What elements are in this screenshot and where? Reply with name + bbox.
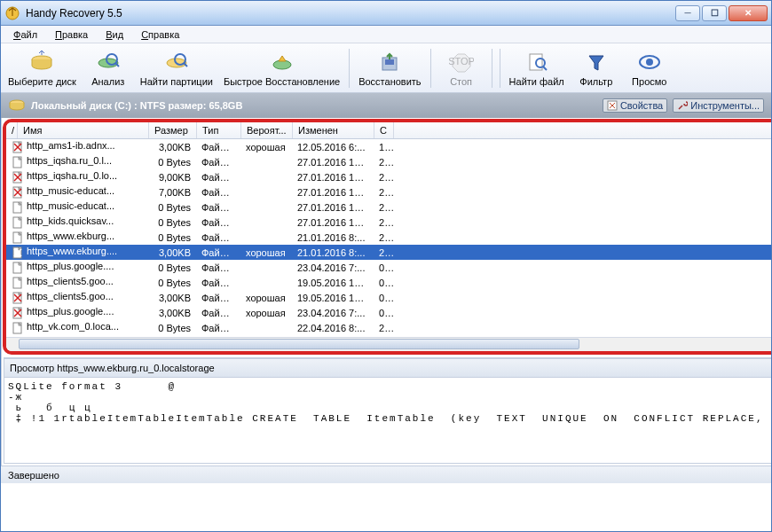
filter-icon xyxy=(584,50,609,74)
file-icon xyxy=(12,246,24,259)
toolbar-label: Стоп xyxy=(450,76,472,87)
status-text: Завершено xyxy=(8,470,59,481)
menu-edit[interactable]: Правка xyxy=(48,27,95,42)
toolbar-label: Анализ xyxy=(91,76,124,87)
svg-point-14 xyxy=(646,59,653,66)
file-list[interactable]: http_ams1-ib.adnx...3,00KBФайл "...хорош… xyxy=(6,139,772,337)
window-title: Handy Recovery 5.5 xyxy=(26,7,675,20)
toolbar-label: Быстрое Восстановление xyxy=(224,76,340,87)
file-row[interactable]: https_plus.google....3,00KBФайл "...хоро… xyxy=(6,305,772,320)
file-row[interactable]: http_ams1-ib.adnx...3,00KBФайл "...хорош… xyxy=(6,139,772,154)
file-row[interactable]: https_iqsha.ru_0.lo...9,00KBФайл "...27.… xyxy=(6,169,772,184)
file-row[interactable]: https_plus.google....0 BytesФайл "...23.… xyxy=(6,260,772,275)
file-icon xyxy=(12,262,24,274)
stop-icon: STOP xyxy=(449,50,474,74)
file-row[interactable]: https_www.ekburg....3,00KBФайл "...хорош… xyxy=(6,245,772,260)
svg-text:STOP: STOP xyxy=(449,56,474,66)
file-icon xyxy=(12,231,24,244)
file-icon xyxy=(12,186,24,199)
find-partitions-icon xyxy=(164,50,189,74)
menubar: Файл Правка Вид Справка xyxy=(1,26,771,43)
toolbar-analyze[interactable]: Анализ xyxy=(82,48,135,89)
file-icon xyxy=(12,201,24,214)
file-list-pane: / ИмяРазмерТипВероят...ИзмененС http_ams… xyxy=(3,119,772,355)
toolbar-label: Найти партиции xyxy=(140,76,213,87)
column-header-mod[interactable]: Изменен xyxy=(293,122,374,138)
preview-pane: Просмотр https_www.ekburg.ru_0.localstor… xyxy=(4,357,772,464)
toolbar-label: Найти файл xyxy=(509,76,564,87)
analyze-icon xyxy=(96,50,121,74)
minimize-button[interactable]: ─ xyxy=(675,5,700,21)
file-row[interactable]: http_kids.quicksav...0 BytesФайл "...27.… xyxy=(6,215,772,230)
preview-body: SQLite format 3 @ -ж ь б ц ц ‡ !1 1rtabl… xyxy=(4,378,772,464)
column-header-type[interactable]: Тип xyxy=(197,122,241,138)
close-button[interactable]: ✕ xyxy=(729,5,768,21)
toolbar-select-disk[interactable]: Выберите диск xyxy=(3,48,82,89)
titlebar: Handy Recovery 5.5 ─ ☐ ✕ xyxy=(1,1,771,26)
file-icon xyxy=(12,277,24,289)
sort-indicator[interactable]: / xyxy=(6,122,18,138)
file-icon xyxy=(12,171,24,184)
file-icon xyxy=(12,216,24,229)
preview-title: Просмотр https_www.ekburg.ru_0.localstor… xyxy=(10,363,215,373)
column-header-cr[interactable]: С xyxy=(374,122,394,138)
menu-file[interactable]: Файл xyxy=(6,27,44,42)
file-row[interactable]: https_www.ekburg...0 BytesФайл "...21.01… xyxy=(6,230,772,245)
toolbar-quick-restore[interactable]: Быстрое Восстановление xyxy=(218,48,345,89)
menu-view[interactable]: Вид xyxy=(98,27,130,42)
column-header-size[interactable]: Размер xyxy=(149,122,197,138)
preview-icon xyxy=(637,50,662,74)
horizontal-scrollbar[interactable] xyxy=(6,337,772,351)
file-icon xyxy=(12,307,24,319)
select-disk-icon xyxy=(29,50,54,74)
svg-rect-8 xyxy=(385,59,394,65)
toolbar-find-file[interactable]: Найти файл xyxy=(504,48,570,89)
file-row[interactable]: https_iqsha.ru_0.l...0 BytesФайл "...27.… xyxy=(6,154,772,169)
toolbar-label: Просмо xyxy=(632,76,666,87)
toolbar-label: Выберите диск xyxy=(8,76,76,87)
find-file-icon xyxy=(524,50,549,74)
file-row[interactable]: http_music-educat...7,00KBФайл "...27.01… xyxy=(6,184,772,200)
toolbar-label: Восстановить xyxy=(358,76,421,87)
file-list-header: / ИмяРазмерТипВероят...ИзмененС xyxy=(6,122,772,139)
restore-icon xyxy=(377,50,402,74)
file-icon xyxy=(12,156,24,168)
drive-bar: Локальный диск (C:) : NTFS размер: 65,8G… xyxy=(1,93,771,118)
toolbar: Выберите дискАнализНайти партицииБыстрое… xyxy=(1,43,771,93)
toolbar-filter[interactable]: Фильтр xyxy=(570,48,623,89)
toolbar-restore[interactable]: Восстановить xyxy=(353,48,426,89)
statusbar: Завершено xyxy=(1,466,771,483)
toolbar-label: Фильтр xyxy=(579,76,612,87)
tools-button[interactable]: Инструменты... xyxy=(673,98,764,113)
maximize-button[interactable]: ☐ xyxy=(702,5,727,21)
app-icon xyxy=(4,5,20,21)
file-row[interactable]: http_vk.com_0.loca...0 BytesФайл "...22.… xyxy=(6,320,772,335)
quick-restore-icon xyxy=(270,50,295,74)
toolbar-preview[interactable]: Просмо xyxy=(623,48,676,89)
file-row[interactable]: https_clients5.goo...3,00KBФайл "...хоро… xyxy=(6,290,772,305)
file-row[interactable]: http_music-educat...0 BytesФайл "...27.0… xyxy=(6,200,772,215)
file-row[interactable]: https_clients5.goo...0 BytesФайл "...19.… xyxy=(6,275,772,290)
column-header-prob[interactable]: Вероят... xyxy=(241,122,293,138)
file-icon xyxy=(12,292,24,304)
properties-button[interactable]: Свойства xyxy=(603,98,667,113)
column-header-name[interactable]: Имя xyxy=(18,122,149,138)
drive-text: Локальный диск (C:) : NTFS размер: 65,8G… xyxy=(31,100,242,111)
drive-icon xyxy=(8,98,26,113)
toolbar-find-partitions[interactable]: Найти партиции xyxy=(135,48,218,89)
file-icon xyxy=(12,322,24,334)
toolbar-stop: STOPСтоп xyxy=(435,48,488,89)
menu-help[interactable]: Справка xyxy=(134,27,186,42)
file-icon xyxy=(12,141,24,153)
